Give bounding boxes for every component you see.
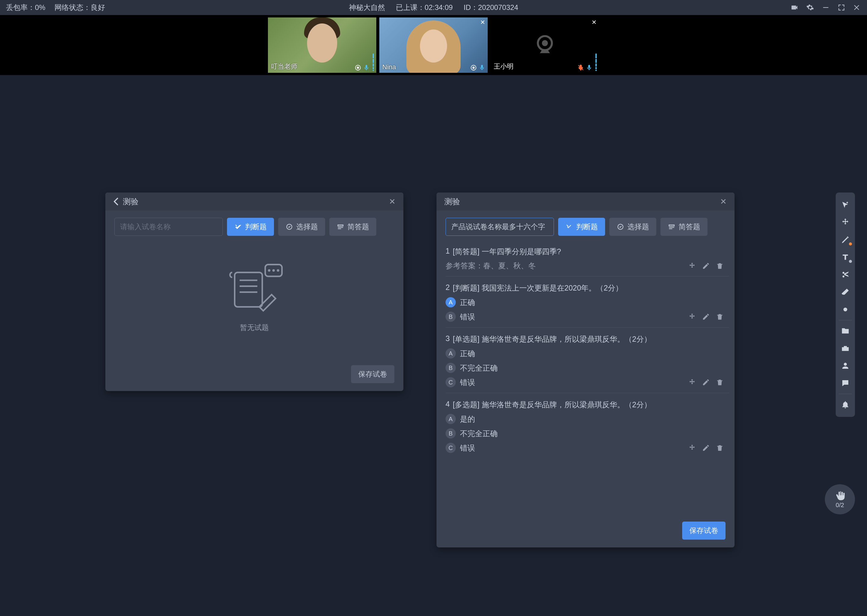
scissors-tool[interactable]	[836, 266, 855, 283]
quiz-panel-editor: 测验 ✕ 判断题 选择题 简答题 1[简答题] 一年四季分别是哪四季?参考答案：…	[437, 193, 735, 547]
option-text: 正确	[460, 349, 475, 358]
folder-tool[interactable]	[836, 322, 855, 339]
indicator-dot	[849, 260, 852, 263]
delete-icon[interactable]	[716, 262, 724, 270]
elapsed-time: 已上课：02:34:09	[396, 3, 453, 13]
option-text: 错误	[460, 312, 475, 322]
add-select-button[interactable]: 选择题	[278, 218, 325, 236]
empty-illustration-icon	[224, 262, 284, 317]
option-row: B错误	[446, 312, 729, 322]
question-title: 4[多选题] 施华洛世奇是反华品牌，所以梁鼎琪反华。（2分）	[446, 400, 729, 410]
judge-icon	[565, 223, 573, 231]
color-dot-tool[interactable]	[836, 301, 855, 318]
close-icon[interactable]: ✕	[720, 197, 727, 206]
toolbox-tool[interactable]	[836, 339, 855, 357]
bell-tool[interactable]	[836, 396, 855, 413]
video-name: 叮当老师	[271, 62, 298, 71]
svg-point-16	[268, 269, 270, 272]
question-list: 1[简答题] 一年四季分别是哪四季?参考答案：春、夏、秋、冬2[判断题] 我国宪…	[437, 236, 732, 515]
header-right	[791, 4, 861, 11]
indicator-dot	[849, 242, 852, 245]
option-row: C错误	[446, 443, 729, 453]
move-icon[interactable]	[688, 444, 696, 452]
save-quiz-button[interactable]: 保存试卷	[351, 365, 394, 383]
svg-point-23	[843, 308, 847, 312]
empty-text: 暂无试题	[240, 323, 269, 332]
text-tool[interactable]	[836, 248, 855, 266]
svg-point-18	[277, 269, 279, 272]
signal-icon	[596, 53, 597, 71]
delete-icon[interactable]	[716, 444, 724, 452]
option-letter: B	[446, 312, 456, 322]
move-icon[interactable]	[688, 313, 696, 321]
video-name: Nina	[382, 63, 396, 71]
delete-icon[interactable]	[716, 313, 724, 321]
close-window-icon[interactable]	[853, 4, 861, 11]
fullscreen-icon[interactable]	[837, 4, 845, 11]
delete-icon[interactable]	[716, 379, 724, 386]
option-letter: B	[446, 428, 456, 438]
option-letter: B	[446, 363, 456, 373]
move-tool[interactable]	[836, 214, 855, 231]
option-text: 是的	[460, 414, 475, 424]
minimize-icon[interactable]	[822, 4, 830, 11]
camera-toggle-icon[interactable]	[791, 4, 798, 11]
scissors-icon	[841, 270, 850, 279]
back-icon[interactable]	[113, 198, 118, 206]
person-icon	[841, 361, 850, 370]
move-icon	[841, 218, 850, 227]
quiz-name-input[interactable]	[114, 218, 223, 236]
hand-raise-badge[interactable]: 0/2	[825, 484, 855, 514]
header-bar: 丢包率：0% 网络状态：良好 神秘大自然 已上课：02:34:09 ID：202…	[0, 0, 867, 15]
hand-raise-count: 0/2	[836, 502, 844, 509]
color-dot-icon	[841, 305, 850, 314]
header-left: 丢包率：0% 网络状态：良好	[6, 3, 105, 13]
add-short-button[interactable]: 简答题	[329, 218, 376, 236]
save-quiz-button[interactable]: 保存试卷	[682, 522, 725, 540]
person-tool[interactable]	[836, 357, 855, 374]
pen-tool[interactable]	[836, 231, 855, 248]
video-tile-student-off[interactable]: ✕ 王小明	[491, 17, 599, 73]
add-judge-button[interactable]: 判断题	[227, 218, 274, 236]
pen-icon	[841, 235, 850, 244]
folder-icon	[841, 326, 850, 335]
video-close-icon[interactable]: ✕	[480, 19, 485, 26]
add-short-button[interactable]: 简答题	[660, 218, 708, 236]
video-close-icon[interactable]: ✕	[591, 19, 597, 26]
add-judge-button[interactable]: 判断题	[558, 218, 605, 236]
mic-icon	[586, 64, 593, 71]
svg-point-2	[357, 66, 359, 69]
move-icon[interactable]	[688, 379, 696, 386]
edit-icon[interactable]	[702, 379, 710, 386]
panel-title: 测验	[445, 196, 460, 207]
mic-icon	[363, 64, 370, 71]
option-row: A正确	[446, 348, 729, 358]
session-id: ID：2020070324	[463, 3, 518, 13]
video-tile-teacher[interactable]: 叮当老师	[268, 17, 376, 73]
add-select-button[interactable]: 选择题	[609, 218, 656, 236]
chat-tool[interactable]	[836, 374, 855, 392]
option-row: B不完全正确	[446, 363, 729, 373]
bell-icon	[841, 400, 850, 409]
cursor-sparkle-icon	[841, 200, 850, 209]
video-tile-student[interactable]: ✕ Nina	[379, 17, 488, 73]
select-icon	[616, 223, 624, 231]
cursor-sparkle-tool[interactable]	[836, 196, 855, 214]
judge-icon	[234, 223, 242, 231]
course-title: 神秘大自然	[349, 3, 385, 13]
quiz-name-input[interactable]	[446, 218, 554, 236]
panel-header: 测验 ✕	[106, 193, 404, 211]
eraser-icon	[841, 288, 850, 297]
edit-icon[interactable]	[702, 313, 710, 321]
option-text: 正确	[460, 297, 475, 307]
eraser-tool[interactable]	[836, 283, 855, 301]
svg-point-17	[273, 269, 275, 272]
empty-state: 暂无试题	[106, 236, 404, 359]
close-icon[interactable]: ✕	[389, 197, 396, 206]
move-icon[interactable]	[688, 262, 696, 270]
edit-icon[interactable]	[702, 262, 710, 270]
settings-icon[interactable]	[806, 4, 814, 11]
panel-title: 测验	[123, 196, 139, 207]
video-name: 王小明	[494, 62, 514, 71]
edit-icon[interactable]	[702, 444, 710, 452]
